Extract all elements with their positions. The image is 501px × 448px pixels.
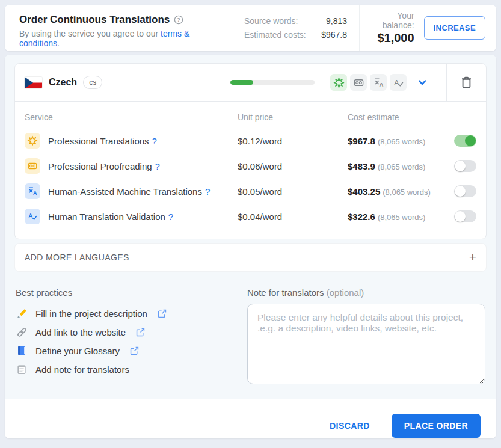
- service-help-link[interactable]: ?: [152, 136, 157, 146]
- proofreading-icon: [25, 158, 40, 174]
- cost-estimate: $483.9: [348, 161, 375, 171]
- machine-translation-icon: A: [370, 74, 387, 91]
- service-name: Human Translation Validation: [48, 212, 165, 222]
- czech-flag-icon: [25, 77, 42, 88]
- terms-subtitle: By using the service you agree to our te…: [19, 29, 217, 48]
- word-count: (8,065 words): [378, 137, 425, 146]
- delete-language-button[interactable]: [460, 76, 473, 90]
- place-order-button[interactable]: PLACE ORDER: [392, 414, 481, 438]
- svg-text:A: A: [33, 190, 37, 196]
- translation-progress-bar: [230, 80, 315, 85]
- best-practice-website-link: Add link to the website: [16, 326, 234, 338]
- best-practice-note: Add note for translators: [16, 363, 234, 375]
- cost-estimate: $967.8: [348, 136, 375, 146]
- service-help-link[interactable]: ?: [155, 161, 160, 171]
- unit-price: $0.12/word: [238, 136, 348, 146]
- service-row-professional-translations: Professional Translations? $0.12/word $9…: [25, 128, 476, 153]
- subtitle-prefix: By using the service you agree to our: [19, 29, 161, 38]
- best-practice-label: Fill in the project description: [35, 308, 147, 319]
- add-more-languages-button[interactable]: ADD MORE LANGUAGES +: [14, 243, 487, 272]
- service-chip-group: A A: [330, 74, 407, 91]
- service-help-link[interactable]: ?: [168, 212, 173, 222]
- unit-price: $0.04/word: [238, 212, 348, 222]
- subtitle-suffix: .: [57, 38, 60, 48]
- service-row-translation-validation: A Human Translation Validation? $0.04/wo…: [25, 204, 476, 229]
- external-link-icon[interactable]: [157, 308, 167, 319]
- service-help-link[interactable]: ?: [205, 186, 210, 197]
- word-count: (8,065 words): [378, 162, 425, 171]
- best-practices-title: Best practices: [16, 287, 234, 298]
- form-footer: DISCARD PLACE ORDER: [5, 399, 496, 438]
- best-practice-label: Define your Glossary: [35, 346, 120, 356]
- balance-label: Your balance:: [370, 11, 414, 30]
- estimated-costs-stat: Estimated costs: $967.8: [244, 30, 347, 40]
- translation-progress-fill: [230, 80, 253, 85]
- order-stats: Source words: 9,813 Estimated costs: $96…: [232, 5, 359, 51]
- order-header: Order Continuous Translations ? By using…: [5, 5, 496, 51]
- source-words-value: 9,813: [326, 16, 347, 26]
- service-toggle[interactable]: [454, 135, 476, 147]
- link-icon: [16, 326, 28, 338]
- notepad-icon: [16, 363, 28, 375]
- best-practice-glossary: Define your Glossary: [16, 345, 234, 357]
- help-circle-icon[interactable]: ?: [174, 15, 183, 25]
- service-name: Professional Translations: [48, 136, 149, 146]
- service-row-professional-proofreading: Professional Proofreading? $0.06/word $4…: [25, 153, 476, 179]
- order-form: Czech cs A: [5, 55, 496, 438]
- svg-text:?: ?: [177, 17, 181, 23]
- source-words-stat: Source words: 9,813: [244, 16, 347, 26]
- unit-price: $0.06/word: [238, 161, 348, 171]
- external-link-icon[interactable]: [135, 327, 146, 337]
- svg-text:A: A: [379, 81, 383, 88]
- language-code-badge: cs: [83, 76, 102, 89]
- balance-section: Your balance: $1,000 INCREASE: [359, 5, 496, 51]
- note-section: Note for translators (optional): [247, 287, 485, 386]
- column-header-service: Service: [25, 108, 238, 128]
- svg-text:A: A: [28, 212, 33, 219]
- best-practice-label: Add link to the website: [35, 327, 126, 337]
- service-name: Professional Proofreading: [48, 161, 152, 171]
- collapse-language-button[interactable]: [416, 76, 428, 88]
- word-count: (8,065 words): [383, 188, 430, 197]
- page-title-text: Order Continuous Translations: [19, 14, 170, 26]
- book-icon: [16, 345, 28, 357]
- increase-balance-button[interactable]: INCREASE: [424, 16, 485, 40]
- validation-icon: A: [25, 209, 40, 224]
- add-more-languages-label: ADD MORE LANGUAGES: [25, 253, 129, 262]
- discard-button[interactable]: DISCARD: [326, 415, 373, 437]
- column-header-cost-estimate: Cost estimate: [348, 108, 445, 128]
- proofreading-icon: [350, 74, 367, 91]
- unit-price: $0.05/word: [238, 186, 348, 197]
- note-for-translators-input[interactable]: [247, 304, 485, 384]
- estimated-costs-value: $967.8: [321, 30, 347, 40]
- page-title: Order Continuous Translations ?: [19, 14, 217, 26]
- sparkle-icon: [25, 133, 40, 149]
- word-count: (8,065 words): [378, 213, 425, 222]
- service-toggle[interactable]: [454, 160, 476, 172]
- cost-estimate: $322.6: [348, 212, 375, 222]
- best-practices-section: Best practices Fill in the project descr…: [16, 287, 234, 386]
- language-card-header: Czech cs A: [15, 64, 486, 101]
- estimated-costs-label: Estimated costs:: [244, 30, 306, 40]
- svg-text:A: A: [394, 78, 399, 85]
- language-name: Czech: [49, 77, 77, 88]
- service-toggle[interactable]: [454, 210, 476, 222]
- cost-estimate: $403.25: [348, 186, 380, 197]
- service-toggle[interactable]: [454, 185, 476, 197]
- column-header-unit-price: Unit price: [238, 108, 348, 128]
- note-label: Note for translators: [247, 287, 324, 298]
- external-link-icon[interactable]: [129, 346, 140, 356]
- source-words-label: Source words:: [244, 16, 298, 26]
- language-card-czech: Czech cs A: [14, 63, 487, 239]
- plus-icon: +: [469, 253, 476, 262]
- balance-value: $1,000: [370, 31, 414, 45]
- services-table: Service Unit price Cost estimate Profess…: [15, 102, 486, 239]
- pen-icon: [16, 307, 28, 319]
- sparkle-icon: [330, 74, 347, 91]
- note-optional-hint: (optional): [327, 287, 364, 298]
- machine-translation-icon: A: [25, 183, 40, 199]
- service-name: Human-Assisted Machine Translations: [48, 186, 202, 197]
- best-practice-label: Add note for translators: [35, 364, 129, 375]
- best-practice-project-description: Fill in the project description: [16, 307, 234, 319]
- validation-icon: A: [390, 74, 407, 91]
